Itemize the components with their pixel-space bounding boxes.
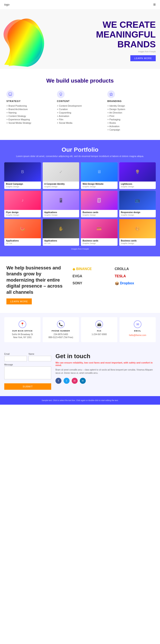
touch-description: Bram sit amet convallis arcu – class apt…: [56, 368, 156, 374]
facebook-icon[interactable]: f: [56, 378, 62, 384]
brands-section: We help businesses and brands grow by mo…: [0, 256, 160, 313]
hero-text-block: WE CREATE MEANINGFUL BRANDS Images from …: [96, 20, 156, 61]
brands-text-block: We help businesses and brands grow by mo…: [6, 265, 66, 304]
content-icon: [57, 90, 65, 98]
strategy-list: Brand Positioning Brand Architecture Nam…: [6, 104, 53, 124]
branding-icon: [107, 90, 115, 98]
portfolio-item-label: Brand Campaign: [4, 182, 41, 186]
email-form-row: Email: [4, 353, 27, 361]
footer: Sample text. Click to select the text bo…: [0, 396, 160, 405]
content-col: CONTENT Content Development Curation Cop…: [57, 90, 103, 132]
submit-button[interactable]: SUBMIT: [4, 383, 51, 390]
dropbox-icon: 📦: [115, 281, 119, 286]
list-item: Identity Design: [107, 104, 154, 108]
list-item: Copywriting: [57, 111, 103, 114]
portfolio-thumb: 📱: [43, 191, 79, 210]
portfolio-item-sublabel: Graphic Design: [4, 186, 41, 189]
content-label: CONTENT: [57, 100, 103, 102]
email-address[interactable]: hello@theme.com: [129, 334, 146, 336]
portfolio-item-web-design[interactable]: 🖥 Web Design Website Graphic Design: [81, 162, 118, 189]
office-icon: 📍: [18, 320, 26, 328]
form-name-email-row: Email Name: [4, 353, 51, 364]
list-item: Experience Mapping: [6, 118, 53, 121]
portfolio-item-label: Applications: [43, 238, 79, 242]
hamburger-icon[interactable]: ≡: [153, 2, 156, 7]
portfolio-item-biz-cards2[interactable]: 💳 Business cards Graphic Design: [81, 219, 118, 246]
portfolio-item-sublabel: Graphic Design: [81, 186, 118, 189]
binance-name: BINANCE: [76, 267, 92, 271]
list-item: Art Direction: [107, 111, 154, 114]
portfolio-thumb: ✓: [43, 162, 79, 182]
portfolio-item-brand-campaign[interactable]: B Brand Campaign Graphic Design: [4, 162, 41, 189]
portfolio-description: Lorem ipsum dolor sit amet, consectetur …: [4, 154, 156, 158]
portfolio-item-sublabel: Graphic Design: [81, 242, 118, 246]
hero-image: [0, 9, 56, 69]
portfolio-item-label: Lightboxes: [119, 182, 156, 186]
portfolio-item-label: Responsive design: [119, 210, 156, 214]
portfolio-thumb: ✋: [43, 219, 79, 238]
fax-number: 1-234-567-8900: [84, 333, 114, 336]
products-title: We build usable products: [6, 78, 154, 84]
portfolio-item-label: A Corporate Identity: [43, 182, 79, 186]
phone-number: 234-9876-5400 888-0123-4567 (Toll Free): [46, 333, 76, 339]
portfolio-item-biz-cards3[interactable]: 🎨 Business cards Graphic Design: [119, 219, 156, 246]
branding-list: Identity Design Design System Art Direct…: [107, 104, 154, 132]
brand-crolla: CROLLA: [115, 267, 154, 271]
portfolio-item-label: Web Design Website: [81, 182, 118, 186]
portfolio-item-sublabel: Graphic Design: [81, 214, 118, 217]
brands-title: We help businesses and brands grow by mo…: [6, 265, 66, 296]
list-item: Print: [107, 114, 154, 118]
portfolio-item-lightboxes[interactable]: 💡 Lightboxes Graphic Design: [119, 162, 156, 189]
portfolio-item-corporate[interactable]: ✓ A Corporate Identity Graphic Design: [43, 162, 79, 189]
linkedin-icon[interactable]: in: [80, 378, 86, 384]
list-item: Content Development: [57, 104, 103, 108]
brands-learn-more-button[interactable]: LEARN MORE: [6, 298, 32, 304]
branding-label: BRANDING: [107, 100, 154, 102]
list-item: Curation: [57, 108, 103, 111]
list-item: Animation: [57, 114, 103, 118]
portfolio-credit: Images from Freepik: [4, 248, 156, 250]
portfolio-item-sublabel: Graphic Design: [119, 242, 156, 246]
portfolio-item-label: Business cards: [81, 238, 118, 242]
strategy-label: STRATEGY: [6, 100, 53, 102]
hero-title: WE CREATE MEANINGFUL BRANDS: [96, 20, 156, 50]
products-section: We build usable products STRATEGY Brand …: [0, 69, 160, 140]
portfolio-item-label: Business cards: [81, 210, 118, 214]
evga-name: EVGA: [72, 274, 82, 278]
portfolio-item-app-ui2[interactable]: ✋ Applications UI / UX: [43, 219, 79, 246]
header: logo ≡: [0, 0, 160, 9]
portfolio-item-sublabel: Graphic Design: [43, 186, 79, 189]
svg-rect-0: [9, 93, 12, 95]
binance-icon: ◆: [72, 267, 75, 271]
social-icons: f t in in: [56, 378, 156, 384]
fax-label: FAX: [84, 330, 114, 332]
get-in-touch-section: Email Name Message SUBMIT Get in touch W…: [0, 346, 160, 396]
portfolio-item-applications-1[interactable]: 📱 Applications Graphic Design: [43, 191, 79, 217]
list-item: Film: [57, 118, 103, 121]
portfolio-item-app-ui1[interactable]: 🍉 Applications UI / UX: [4, 219, 41, 246]
portfolio-item-flyer[interactable]: ♪ Flyer design Graphic Design: [4, 191, 41, 217]
portfolio-item-label: Business cards: [119, 238, 156, 242]
touch-tagline: We can ensure reliability, low cost fare…: [56, 361, 156, 366]
hero-learn-more-button[interactable]: LEARN MORE: [130, 55, 156, 61]
name-input[interactable]: [28, 356, 51, 361]
dropbox-name: Dropbox: [120, 281, 134, 285]
svg-point-2: [60, 93, 62, 95]
email-input[interactable]: [4, 356, 27, 361]
portfolio-item-business-cards-1[interactable]: 🃏 Business cards Graphic Design: [81, 191, 118, 217]
portfolio-item-responsive[interactable]: 📺 Responsive design Graphic Design: [119, 191, 156, 217]
strategy-col: STRATEGY Brand Positioning Brand Archite…: [6, 90, 53, 132]
instagram-icon[interactable]: in: [72, 378, 78, 384]
portfolio-thumb: 🖥: [81, 162, 118, 182]
footer-text: Sample text. Click to select the text bo…: [4, 399, 156, 402]
contact-email-box: ✉ EMAIL hello@theme.com: [120, 317, 156, 342]
phone-label: PHONE NUMBER: [46, 330, 76, 332]
portfolio-item-sublabel: UI / UX: [43, 242, 79, 246]
portfolio-item-sublabel: UI / UX: [4, 242, 41, 246]
list-item: Content Strategy: [6, 114, 53, 118]
message-textarea[interactable]: [4, 366, 51, 379]
twitter-icon[interactable]: t: [64, 378, 70, 384]
portfolio-item-sublabel: Graphic Design: [119, 186, 156, 189]
portfolio-title: Our Portfolio: [4, 146, 156, 153]
hero-credit: Images from Freepik: [96, 50, 156, 53]
